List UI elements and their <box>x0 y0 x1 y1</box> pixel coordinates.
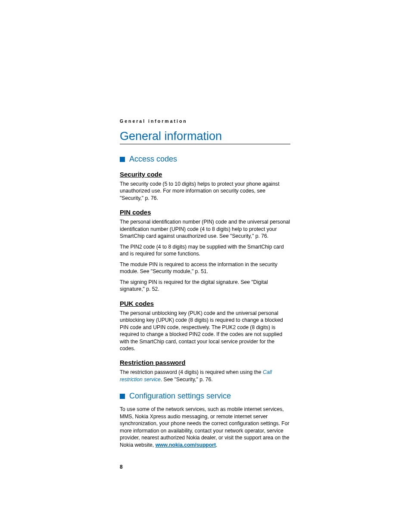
subhead-puk-codes: PUK codes <box>120 300 290 307</box>
section-title: Access codes <box>129 155 177 164</box>
paragraph: The personal unblocking key (PUK) code a… <box>120 310 290 352</box>
section-config-service: Configuration settings service <box>120 392 290 401</box>
text-run: The restriction password (4 digits) is r… <box>120 369 263 375</box>
square-bullet-icon <box>120 394 125 399</box>
paragraph: The restriction password (4 digits) is r… <box>120 369 290 383</box>
paragraph: The personal identification number (PIN)… <box>120 218 290 240</box>
section-title: Configuration settings service <box>129 392 231 401</box>
paragraph: The signing PIN is required for the digi… <box>120 279 290 293</box>
paragraph: The module PIN is required to access the… <box>120 261 290 275</box>
subhead-restriction-password: Restriction password <box>120 359 290 366</box>
section-access-codes: Access codes <box>120 155 290 164</box>
text-run: . <box>216 442 217 448</box>
page-number: 8 <box>120 464 290 470</box>
chapter-title: General information <box>120 130 290 144</box>
subhead-security-code: Security code <box>120 171 290 178</box>
paragraph: The security code (5 to 10 digits) helps… <box>120 180 290 202</box>
square-bullet-icon <box>120 157 125 162</box>
paragraph: The PIN2 code (4 to 8 digits) may be sup… <box>120 243 290 258</box>
running-header: General information <box>120 118 290 124</box>
paragraph: To use some of the network services, suc… <box>120 406 290 448</box>
document-page: General information General information … <box>0 0 411 470</box>
subhead-pin-codes: PIN codes <box>120 208 290 216</box>
link-nokia-support[interactable]: www.nokia.com/support <box>156 442 216 448</box>
text-run: . See "Security," p. 76. <box>161 376 213 383</box>
